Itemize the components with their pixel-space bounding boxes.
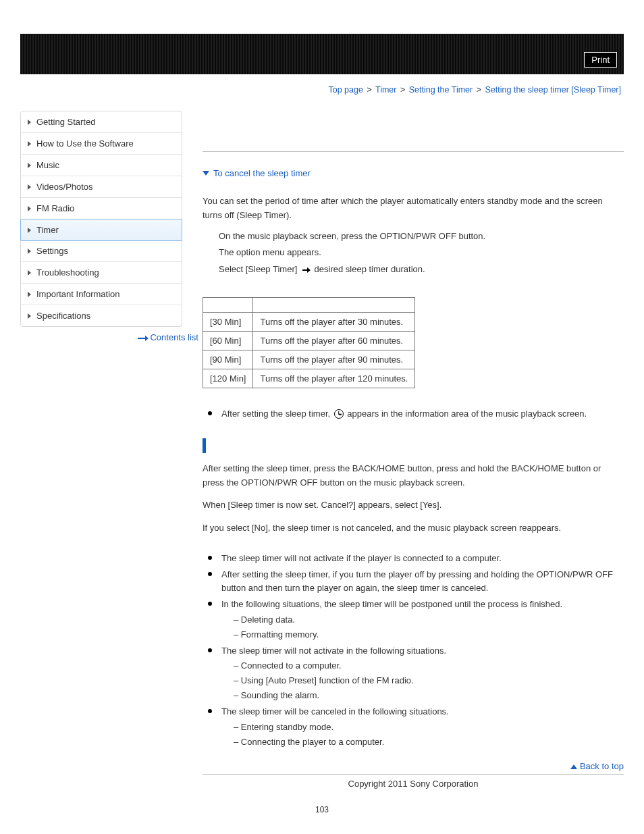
tip-item: After setting the sleep timer, appears i… (217, 407, 624, 421)
chevron-right-icon (28, 270, 31, 276)
chevron-right-icon (28, 120, 31, 125)
sidebar-item-troubleshooting[interactable]: Troubleshooting (21, 262, 182, 284)
contents-list-link[interactable]: Contents list (150, 332, 198, 342)
table-cell-desc: Turns off the player after 120 minutes. (253, 369, 415, 388)
sidebar-item-important-info[interactable]: Important Information (21, 284, 182, 305)
sidebar-item-label: Timer (36, 225, 59, 235)
sidebar-item-label: Getting Started (36, 117, 95, 127)
sidebar-item-label: Troubleshooting (36, 267, 99, 278)
note-subitem: Connecting the player to a computer. (234, 735, 624, 749)
main-content: To cancel the sleep timer You can set th… (203, 111, 624, 789)
notes-list: The sleep timer will not activate if the… (203, 552, 624, 749)
note-sublist: Connected to a computer. Using [Auto Pre… (221, 659, 624, 702)
sidebar-item-label: FM Radio (36, 203, 74, 213)
back-to-top-link[interactable]: Back to top (203, 761, 624, 771)
note-item: After setting the sleep timer, if you tu… (217, 568, 624, 595)
table-cell-desc: Turns off the player after 60 minutes. (253, 331, 415, 350)
sidebar-item-music[interactable]: Music (21, 155, 182, 176)
chevron-right-icon (28, 249, 31, 254)
table-cell-option: [30 Min] (203, 312, 253, 331)
sidebar-item-label: Music (36, 160, 59, 170)
sidebar-nav: Getting Started How to Use the Software … (20, 111, 182, 327)
intro-text: You can set the period of time after whi… (203, 194, 624, 223)
step-line: The option menu appears. (219, 244, 624, 261)
chevron-right-icon (28, 184, 31, 190)
breadcrumb-current[interactable]: Setting the sleep timer [Sleep Timer] (485, 85, 621, 95)
note-subitem: Connected to a computer. (234, 659, 624, 673)
cancel-paragraph: When [Sleep timer is now set. Cancel?] a… (203, 498, 624, 513)
sidebar-item-how-to-use[interactable]: How to Use the Software (21, 133, 182, 155)
table-cell-desc: Turns off the player after 90 minutes. (253, 350, 415, 369)
note-sublist: Entering standby mode. Connecting the pl… (221, 721, 624, 749)
sidebar-item-label: How to Use the Software (36, 138, 134, 149)
chevron-down-icon (203, 171, 209, 176)
sleep-timer-icon (334, 409, 344, 419)
print-button[interactable]: Print (584, 52, 617, 68)
table-row: [60 Min]Turns off the player after 60 mi… (203, 331, 415, 350)
sidebar-item-label: Specifications (36, 311, 90, 321)
cancel-paragraph: If you select [No], the sleep timer is n… (203, 521, 624, 536)
step-line: On the music playback screen, press the … (219, 228, 624, 245)
breadcrumb-link[interactable]: Setting the Timer (409, 85, 473, 95)
note-item: The sleep timer will be canceled in the … (217, 705, 624, 748)
table-cell-desc: Turns off the player after 30 minutes. (253, 312, 415, 331)
tip-list: After setting the sleep timer, appears i… (203, 407, 624, 421)
note-subitem: Deleting data. (234, 613, 624, 627)
arrow-right-icon (138, 338, 147, 339)
top-banner: Print (20, 34, 624, 74)
page-number: 103 (20, 805, 624, 814)
steps-block: On the music playback screen, press the … (203, 228, 624, 278)
sidebar-item-timer[interactable]: Timer (20, 219, 182, 241)
sidebar-item-videos-photos[interactable]: Videos/Photos (21, 176, 182, 198)
breadcrumb-sep: > (477, 85, 481, 95)
note-subitem: Entering standby mode. (234, 721, 624, 734)
chevron-up-icon (570, 764, 577, 769)
sidebar-item-specifications[interactable]: Specifications (21, 305, 182, 326)
divider (203, 151, 624, 152)
sidebar-item-fm-radio[interactable]: FM Radio (21, 198, 182, 219)
arrow-right-icon (302, 269, 309, 271)
note-sublist: Deleting data. Formatting memory. (221, 613, 624, 642)
table-head-row (203, 297, 415, 312)
breadcrumb: Top page > Timer > Setting the Timer > S… (20, 80, 624, 111)
back-to-top-label: Back to top (580, 761, 624, 771)
breadcrumb-sep: > (400, 85, 405, 95)
section-marker (203, 438, 624, 453)
sidebar-item-label: Videos/Photos (36, 182, 93, 192)
table-cell-option: [60 Min] (203, 331, 253, 350)
note-subitem: Sounding the alarm. (234, 689, 624, 702)
sidebar-item-label: Important Information (36, 289, 120, 299)
table-row: [120 Min]Turns off the player after 120 … (203, 369, 415, 388)
chevron-right-icon (28, 313, 31, 319)
note-subitem: Formatting memory. (234, 628, 624, 642)
chevron-right-icon (28, 141, 31, 147)
step-line: Select [Sleep Timer] desired sleep timer… (219, 261, 624, 278)
sidebar-item-label: Settings (36, 246, 68, 256)
options-table: [30 Min]Turns off the player after 30 mi… (203, 297, 415, 388)
sidebar-item-getting-started[interactable]: Getting Started (21, 111, 182, 133)
chevron-right-icon (28, 163, 31, 168)
chevron-right-icon (28, 292, 31, 297)
breadcrumb-link[interactable]: Top page (328, 85, 363, 95)
footer-copyright: Copyright 2011 Sony Corporation (203, 774, 624, 789)
anchor-label: To cancel the sleep timer (213, 168, 311, 178)
table-row: [30 Min]Turns off the player after 30 mi… (203, 312, 415, 331)
note-item: The sleep timer will not activate in the… (217, 644, 624, 703)
note-item: The sleep timer will not activate if the… (217, 552, 624, 565)
breadcrumb-link[interactable]: Timer (375, 85, 396, 95)
note-item: In the following situations, the sleep t… (217, 598, 624, 641)
chevron-right-icon (28, 228, 31, 233)
cancel-paragraph: After setting the sleep timer, press the… (203, 462, 624, 490)
breadcrumb-sep: > (367, 85, 371, 95)
table-cell-option: [120 Min] (203, 369, 253, 388)
chevron-right-icon (28, 206, 31, 211)
note-subitem: Using [Auto Preset] function of the FM r… (234, 674, 624, 687)
table-row: [90 Min]Turns off the player after 90 mi… (203, 350, 415, 369)
sidebar-item-settings[interactable]: Settings (21, 240, 182, 262)
table-cell-option: [90 Min] (203, 350, 253, 369)
anchor-to-cancel[interactable]: To cancel the sleep timer (203, 168, 624, 178)
